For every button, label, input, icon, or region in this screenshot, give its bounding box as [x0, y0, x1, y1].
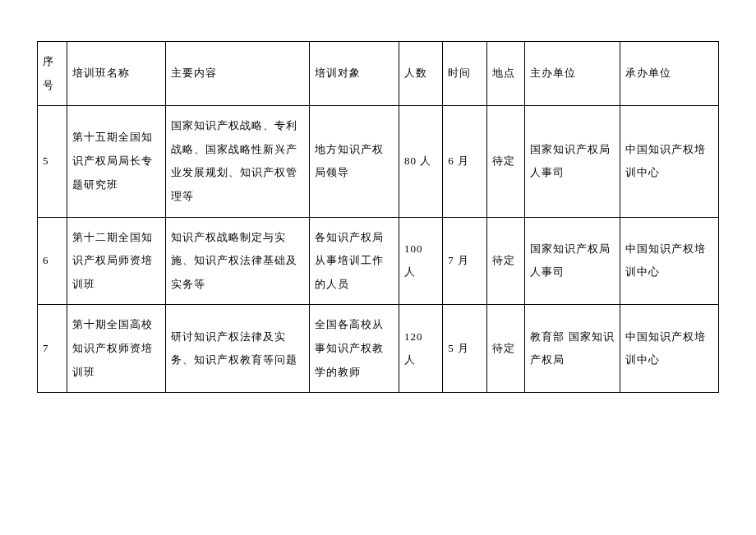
cell-number: 80 人	[399, 106, 443, 217]
cell-organizer: 教育部 国家知识产权局	[525, 305, 620, 393]
cell-content: 研讨知识产权法律及实务、知识产权教育等问题	[165, 305, 310, 393]
table-row: 6 第十二期全国知识产权局师资培训班 知识产权战略制定与实施、知识产权法律基础及…	[38, 217, 719, 305]
cell-content: 国家知识产权战略、专利战略、国家战略性新兴产业发展规划、知识产权管理等	[165, 106, 310, 217]
cell-host: 中国知识产权培训中心	[620, 217, 718, 305]
cell-seq: 7	[38, 305, 67, 393]
col-organizer: 主办单位	[525, 42, 620, 106]
table-row: 5 第十五期全国知识产权局局长专题研究班 国家知识产权战略、专利战略、国家战略性…	[38, 106, 719, 217]
table-row: 7 第十期全国高校知识产权师资培训班 研讨知识产权法律及实务、知识产权教育等问题…	[38, 305, 719, 393]
cell-object: 全国各高校从事知识产权教学的教师	[310, 305, 399, 393]
cell-name: 第十期全国高校知识产权师资培训班	[67, 305, 165, 393]
col-time: 时间	[443, 42, 486, 106]
cell-seq: 6	[38, 217, 67, 305]
cell-location: 待定	[486, 106, 525, 217]
cell-location: 待定	[486, 305, 525, 393]
col-seq: 序号	[38, 42, 67, 106]
cell-object: 地方知识产权局领导	[310, 106, 399, 217]
col-name: 培训班名称	[67, 42, 165, 106]
training-table: 序号 培训班名称 主要内容 培训对象 人数 时间 地点 主办单位 承办单位 5 …	[37, 41, 719, 393]
cell-organizer: 国家知识产权局人事司	[525, 217, 620, 305]
cell-organizer: 国家知识产权局人事司	[525, 106, 620, 217]
col-location: 地点	[486, 42, 525, 106]
table-header-row: 序号 培训班名称 主要内容 培训对象 人数 时间 地点 主办单位 承办单位	[38, 42, 719, 106]
cell-number: 100 人	[399, 217, 443, 305]
cell-time: 6 月	[443, 106, 486, 217]
cell-host: 中国知识产权培训中心	[620, 305, 718, 393]
cell-name: 第十五期全国知识产权局局长专题研究班	[67, 106, 165, 217]
cell-object: 各知识产权局从事培训工作的人员	[310, 217, 399, 305]
col-host: 承办单位	[620, 42, 718, 106]
cell-location: 待定	[486, 217, 525, 305]
cell-number: 120 人	[399, 305, 443, 393]
cell-seq: 5	[38, 106, 67, 217]
col-content: 主要内容	[165, 42, 310, 106]
col-object: 培训对象	[310, 42, 399, 106]
cell-time: 7 月	[443, 217, 486, 305]
cell-name: 第十二期全国知识产权局师资培训班	[67, 217, 165, 305]
col-number: 人数	[399, 42, 443, 106]
document-page: 序号 培训班名称 主要内容 培训对象 人数 时间 地点 主办单位 承办单位 5 …	[0, 0, 756, 393]
cell-content: 知识产权战略制定与实施、知识产权法律基础及实务等	[165, 217, 310, 305]
cell-time: 5 月	[443, 305, 486, 393]
cell-host: 中国知识产权培训中心	[620, 106, 718, 217]
